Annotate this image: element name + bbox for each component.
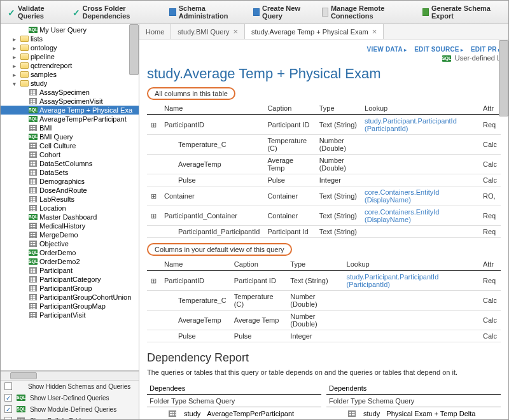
tree-item-doseandroute[interactable]: DoseAndRoute bbox=[1, 186, 139, 195]
tree-toggle-icon[interactable]: ▸ bbox=[11, 53, 18, 60]
tree-item-assayspecimen[interactable]: AssaySpecimen bbox=[1, 88, 139, 97]
tree-item-study[interactable]: ▾study bbox=[1, 79, 139, 88]
tree-item-cohort[interactable]: Cohort bbox=[1, 150, 139, 159]
col-type: Integer bbox=[316, 174, 361, 186]
toolbar-generate-schema-export[interactable]: Generate Schema Export bbox=[419, 3, 505, 22]
toolbar-cross-folder-dependencies[interactable]: ✓Cross Folder Dependencies bbox=[69, 3, 165, 22]
table-row[interactable]: AverageTempAverage TempNumber (Double)Ca… bbox=[147, 311, 501, 330]
link-view-data[interactable]: VIEW DATA▸ bbox=[367, 46, 407, 53]
table-row[interactable]: ⊞ParticipantIDParticipant IDText (String… bbox=[147, 115, 501, 135]
tree-item-master-dashboard[interactable]: SQLMaster Dashboard bbox=[1, 213, 139, 221]
tree-item-participantgroupcohortunion[interactable]: ParticipantGroupCohortUnion bbox=[1, 293, 139, 302]
tree-toggle-icon[interactable]: ▾ bbox=[11, 80, 18, 87]
link-edit-pr[interactable]: EDIT PR▸ bbox=[471, 46, 501, 53]
checkbox-icon[interactable]: ✓ bbox=[4, 417, 12, 420]
checkbox-icon[interactable] bbox=[4, 382, 12, 390]
tree-item-datasetcolumns[interactable]: DataSetColumns bbox=[1, 159, 139, 168]
check-icon: ✓ bbox=[8, 8, 15, 17]
tree-item-label: qctrendreport bbox=[31, 62, 72, 69]
tree-item-mergedemo[interactable]: MergeDemo bbox=[1, 230, 139, 239]
tree-item-averagetempperparticipant[interactable]: SQLAverageTempPerParticipant bbox=[1, 115, 139, 123]
schema-tree[interactable]: SQLMy User Query▸lists▸ontology▸pipeline… bbox=[1, 24, 139, 370]
dep-query-link[interactable]: Physical Exam + Temp Delta bbox=[386, 410, 475, 417]
close-icon[interactable]: × bbox=[372, 27, 377, 36]
tree-item-objective[interactable]: Objective bbox=[1, 239, 139, 248]
tree-toggle-icon[interactable]: ▸ bbox=[11, 71, 18, 78]
tree-item-label: BMI bbox=[39, 124, 52, 132]
tree-toggle-icon[interactable]: ▸ bbox=[11, 62, 18, 69]
table-row[interactable]: ParticipantId_ParticipantIdParticipant I… bbox=[147, 226, 501, 238]
tab-home[interactable]: Home bbox=[139, 24, 171, 39]
col-name: Pulse bbox=[160, 174, 263, 186]
tree-item-participant[interactable]: Participant bbox=[1, 266, 139, 275]
tree-item-participantgroupmap[interactable]: ParticipantGroupMap bbox=[1, 302, 139, 311]
tree-item-my-user-query[interactable]: SQLMy User Query bbox=[1, 25, 139, 34]
tree-item-label: AssaySpecimen bbox=[39, 88, 90, 96]
table-row[interactable]: AverageTempAverage TempNumber (Double)Ca… bbox=[147, 155, 501, 174]
tree-item-average-temp-physical-exa[interactable]: SQLAverage Temp + Physical Exa bbox=[1, 106, 139, 115]
link-edit-source[interactable]: EDIT SOURCE▸ bbox=[414, 46, 463, 53]
expand-icon[interactable]: ⊞ bbox=[147, 270, 160, 291]
col-lookup[interactable]: study.Participant.ParticipantId (Partici… bbox=[343, 270, 479, 291]
option-show-built-in-tables[interactable]: ✓Show Built-In Tables bbox=[1, 415, 139, 420]
tree-item-bmi-query[interactable]: SQLBMI Query bbox=[1, 132, 139, 141]
col-type: Text (String) bbox=[316, 226, 361, 238]
table-row[interactable]: Temperature_CTemperature (C)Number (Doub… bbox=[147, 135, 501, 155]
tree-item-orderdemo[interactable]: SQLOrderDemo bbox=[1, 248, 139, 257]
tree-item-datasets[interactable]: DataSets bbox=[1, 168, 139, 177]
tree-item-labresults[interactable]: LabResults bbox=[1, 195, 139, 204]
expand-icon[interactable]: ⊞ bbox=[147, 186, 160, 206]
col-lookup[interactable]: core.Containers.EntityId (DisplayName) bbox=[361, 186, 479, 206]
toolbar-create-new-query[interactable]: Create New Query bbox=[249, 3, 317, 22]
tree-item-cell-culture[interactable]: Cell Culture bbox=[1, 141, 139, 150]
option-show-hidden-schemas-and-queries[interactable]: Show Hidden Schemas and Queries bbox=[1, 381, 139, 392]
tab-study-bmi-query[interactable]: study.BMI Query× bbox=[171, 24, 245, 39]
dep-header: Dependees bbox=[147, 382, 321, 395]
table-row[interactable]: ⊞ParticipantIDParticipant IDText (String… bbox=[147, 270, 501, 291]
tree-item-bmi[interactable]: BMI bbox=[1, 123, 139, 132]
tree-item-label: Participant bbox=[39, 267, 73, 274]
tree-item-orderdemo2[interactable]: SQLOrderDemo2 bbox=[1, 257, 139, 266]
tree-item-qctrendreport[interactable]: ▸qctrendreport bbox=[1, 61, 139, 70]
table-row[interactable]: PulsePulseIntegerCalc bbox=[147, 174, 501, 186]
tree-item-location[interactable]: Location bbox=[1, 204, 139, 213]
tree-item-participantgroup[interactable]: ParticipantGroup bbox=[1, 284, 139, 293]
expand-icon[interactable]: ⊞ bbox=[147, 206, 160, 226]
toolbar-schema-administration[interactable]: Schema Administration bbox=[165, 3, 248, 22]
content-scrollbar[interactable] bbox=[499, 40, 508, 116]
checkbox-icon[interactable]: ✓ bbox=[4, 405, 12, 413]
tree-item-lists[interactable]: ▸lists bbox=[1, 34, 139, 43]
toolbar-validate-queries[interactable]: ✓Validate Queries bbox=[4, 3, 67, 22]
action-icon bbox=[253, 8, 260, 16]
sidebar-h-scrollbar[interactable] bbox=[1, 371, 139, 381]
tree-toggle-icon[interactable]: ▸ bbox=[11, 36, 18, 43]
col-lookup[interactable]: core.Containers.EntityId (DisplayName) bbox=[361, 206, 479, 226]
dep-query-link[interactable]: AverageTempPerParticipant bbox=[207, 410, 294, 417]
tree-item-participantvisit[interactable]: ParticipantVisit bbox=[1, 311, 139, 319]
table-row[interactable]: ⊞ContainerContainerText (String)core.Con… bbox=[147, 186, 501, 206]
checkbox-icon[interactable]: ✓ bbox=[4, 394, 12, 402]
tree-item-ontology[interactable]: ▸ontology bbox=[1, 43, 139, 52]
table-row[interactable]: PulsePulseIntegerCalc bbox=[147, 330, 501, 342]
option-show-user-defined-queries[interactable]: ✓SQLShow User-Defined Queries bbox=[1, 392, 139, 403]
toolbar-manage-remote-connections[interactable]: Manage Remote Connections bbox=[318, 3, 417, 22]
tab-study-average-temp-physical-exam[interactable]: study.Average Temp + Physical Exam× bbox=[245, 24, 384, 39]
tree-item-assayspecimenvisit[interactable]: AssaySpecimenVisit bbox=[1, 97, 139, 106]
tree-toggle-icon[interactable]: ▸ bbox=[11, 45, 18, 52]
tree-scrollbar[interactable] bbox=[129, 24, 139, 75]
dep-row[interactable]: studyPhysical Exam + Temp Delta bbox=[326, 407, 501, 420]
tree-item-participantcategory[interactable]: ParticipantCategory bbox=[1, 275, 139, 284]
table-row[interactable]: Temperature_CTemperature (C)Number (Doub… bbox=[147, 291, 501, 311]
table-icon bbox=[29, 151, 37, 158]
tree-item-demographics[interactable]: Demographics bbox=[1, 177, 139, 186]
expand-icon[interactable]: ⊞ bbox=[147, 115, 160, 135]
close-icon[interactable]: × bbox=[233, 27, 238, 36]
option-show-module-defined-queries[interactable]: ✓SQLShow Module-Defined Queries bbox=[1, 403, 139, 415]
dep-row[interactable]: studyAverageTempPerParticipant bbox=[147, 407, 321, 420]
tree-item-label: pipeline bbox=[31, 53, 55, 60]
tree-item-samples[interactable]: ▸samples bbox=[1, 70, 139, 79]
tree-item-pipeline[interactable]: ▸pipeline bbox=[1, 52, 139, 61]
col-lookup[interactable]: study.Participant.ParticipantId (Partici… bbox=[361, 115, 479, 135]
table-row[interactable]: ⊞ParticipantId_ContainerContainerText (S… bbox=[147, 206, 501, 226]
tree-item-medicalhistory[interactable]: MedicalHistory bbox=[1, 221, 139, 230]
